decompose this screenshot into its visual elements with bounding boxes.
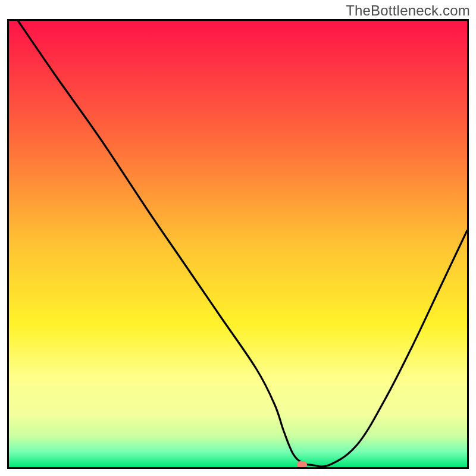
chart-frame: TheBottleneck.com: [0, 0, 476, 476]
watermark-text: TheBottleneck.com: [346, 2, 470, 19]
optimal-point-marker: [297, 461, 307, 468]
bottleneck-curve: [9, 21, 467, 467]
plot-area: [7, 19, 469, 469]
